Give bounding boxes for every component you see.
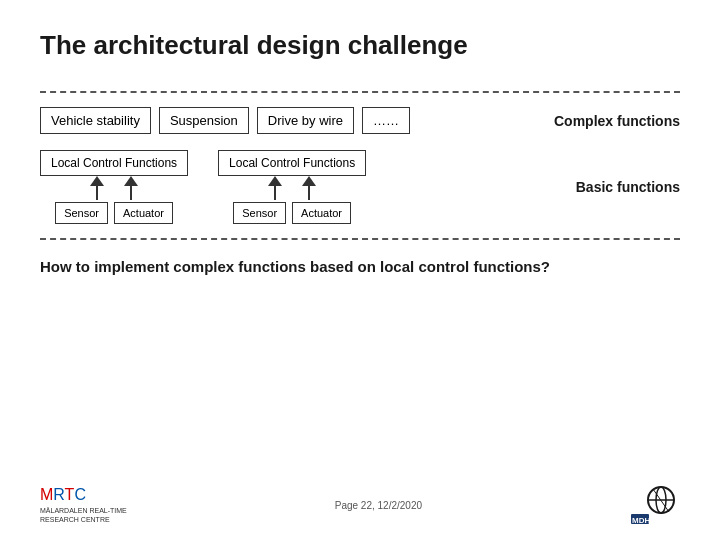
arrows-group-2 — [268, 176, 316, 200]
dots-box: …… — [362, 107, 410, 134]
content-area: Vehicle stability Suspension Drive by wi… — [40, 91, 680, 275]
basic-functions-label: Basic functions — [576, 179, 680, 195]
school-logo: MDH — [630, 485, 680, 525]
sensor-box-1: Sensor — [55, 202, 108, 224]
mrtc-logo: MRTC MÄLARDALEN REAL-TIMERESEARCH CENTRE — [40, 486, 127, 524]
mrtc-letters: MRTC — [40, 486, 86, 504]
sa-pair-1: Sensor Actuator — [55, 202, 173, 224]
arrows-group-1 — [90, 176, 138, 200]
mrtc-m: M — [40, 486, 53, 503]
svg-text:MDH: MDH — [632, 516, 650, 525]
lcf-group-2: Local Control Functions Sensor — [218, 150, 366, 224]
complex-functions-row: Vehicle stability Suspension Drive by wi… — [40, 107, 680, 134]
question-text: How to implement complex functions based… — [40, 258, 680, 275]
lcf-group-1: Local Control Functions Sensor — [40, 150, 188, 224]
actuator-box-1: Actuator — [114, 202, 173, 224]
footer: MRTC MÄLARDALEN REAL-TIMERESEARCH CENTRE… — [40, 485, 680, 525]
actuator-box-2: Actuator — [292, 202, 351, 224]
arrow-sensor-2 — [268, 176, 282, 200]
arrow-up-icon-2 — [124, 176, 138, 186]
lcf-box-1: Local Control Functions — [40, 150, 188, 176]
slide-title: The architectural design challenge — [40, 30, 680, 61]
arrow-line-2 — [130, 186, 132, 200]
lcf-box-2: Local Control Functions — [218, 150, 366, 176]
dashed-line-top — [40, 91, 680, 93]
page-info: Page 22, 12/2/2020 — [335, 500, 422, 511]
arrow-up-icon-3 — [268, 176, 282, 186]
mrtc-c: C — [74, 486, 86, 503]
arrow-sensor-1 — [90, 176, 104, 200]
middle-left: Local Control Functions Sensor — [40, 150, 576, 224]
arrow-up-icon-4 — [302, 176, 316, 186]
mrtc-t: T — [65, 486, 75, 503]
complex-functions-label: Complex functions — [554, 113, 680, 129]
arrow-actuator-1 — [124, 176, 138, 200]
school-logo-svg: MDH — [631, 484, 679, 526]
middle-row: Local Control Functions Sensor — [40, 150, 680, 224]
vehicle-stability-box: Vehicle stability — [40, 107, 151, 134]
dashed-line-bottom — [40, 238, 680, 240]
arrow-line-3 — [274, 186, 276, 200]
drive-by-wire-box: Drive by wire — [257, 107, 354, 134]
arrow-line-1 — [96, 186, 98, 200]
arrow-actuator-2 — [302, 176, 316, 200]
suspension-box: Suspension — [159, 107, 249, 134]
mrtc-r: R — [53, 486, 64, 503]
arrow-line-4 — [308, 186, 310, 200]
sa-pair-2: Sensor Actuator — [233, 202, 351, 224]
arrow-up-icon-1 — [90, 176, 104, 186]
mrtc-subtitle: MÄLARDALEN REAL-TIMERESEARCH CENTRE — [40, 506, 127, 524]
slide: The architectural design challenge Vehic… — [0, 0, 720, 540]
sensor-box-2: Sensor — [233, 202, 286, 224]
